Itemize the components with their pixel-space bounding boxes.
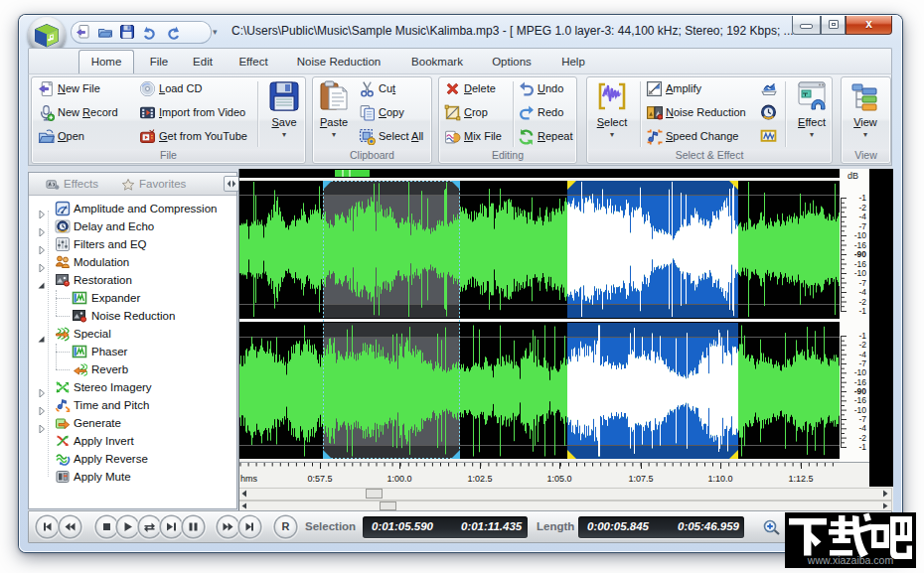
- svg-text:-10: -10: [854, 230, 867, 240]
- svg-text:1:10.0: 1:10.0: [707, 474, 732, 484]
- svg-text:-16: -16: [854, 240, 867, 250]
- svg-text:-7: -7: [858, 278, 866, 288]
- svg-text:1:05.0: 1:05.0: [546, 474, 571, 484]
- svg-text:-4: -4: [858, 287, 866, 297]
- svg-text:-90: -90: [854, 249, 867, 259]
- svg-text:-1: -1: [858, 306, 866, 316]
- svg-text:-2: -2: [858, 203, 866, 213]
- svg-text:1:02.5: 1:02.5: [467, 474, 492, 484]
- svg-text:1:07.5: 1:07.5: [628, 474, 653, 484]
- svg-text:0:57.5: 0:57.5: [307, 474, 332, 484]
- svg-text:dB: dB: [847, 171, 858, 181]
- svg-text:-1: -1: [858, 193, 866, 203]
- svg-text:-10: -10: [854, 268, 867, 278]
- svg-text:-2: -2: [858, 297, 866, 307]
- svg-text:1:12.5: 1:12.5: [788, 474, 813, 484]
- svg-text:hms: hms: [240, 474, 258, 484]
- svg-text:1:00.0: 1:00.0: [386, 474, 411, 484]
- svg-text:-7: -7: [858, 221, 866, 231]
- svg-text:-4: -4: [858, 212, 866, 221]
- svg-text:-16: -16: [854, 259, 867, 269]
- svg-text:-1: -1: [858, 442, 866, 452]
